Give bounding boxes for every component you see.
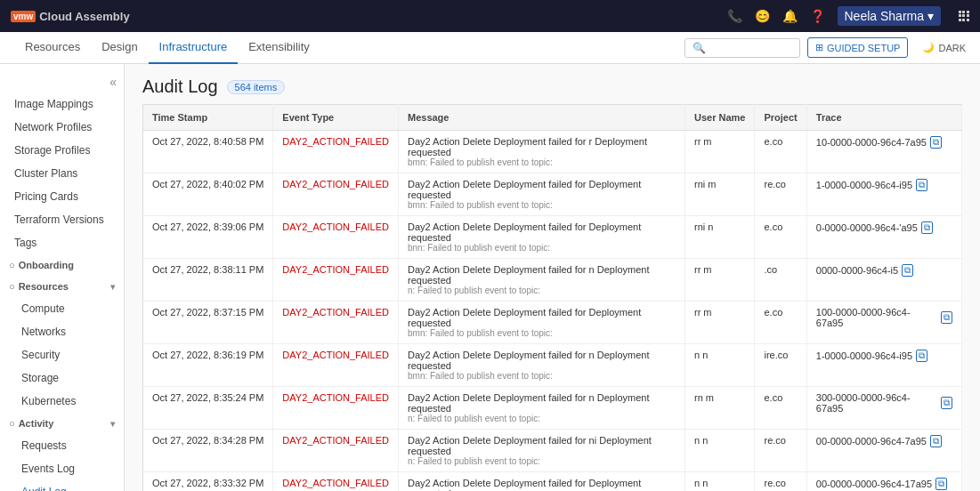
cell-username: rni n: [684, 216, 754, 259]
copy-trace-icon[interactable]: ⧉: [930, 435, 942, 447]
cell-username: n n: [684, 472, 754, 492]
sidebar-section-onboarding[interactable]: ○ Onboarding: [0, 254, 124, 276]
sidebar-item-events-log[interactable]: Events Log: [0, 457, 124, 480]
copy-trace-icon[interactable]: ⧉: [930, 136, 942, 149]
copy-trace-icon[interactable]: ⧉: [941, 397, 952, 409]
sidebar-item-kubernetes[interactable]: Kubernetes: [0, 390, 124, 413]
cell-event-type: DAY2_ACTION_FAILED: [273, 430, 399, 472]
cell-trace: 00-0000-0000-96c4-17a95 ⧉: [806, 472, 961, 492]
phone-icon[interactable]: 📞: [727, 9, 742, 23]
activity-section-label: Activity: [19, 418, 54, 429]
copy-trace-icon[interactable]: ⧉: [902, 264, 913, 277]
cell-trace: 100-0000-0000-96c4-67a95 ⧉: [806, 302, 961, 344]
cell-project: e.co: [755, 131, 806, 173]
cell-project: e.co: [755, 387, 806, 430]
search-input[interactable]: [684, 38, 800, 58]
content-header: Audit Log 564 items: [125, 64, 980, 104]
sidebar-item-requests[interactable]: Requests: [0, 434, 124, 457]
cell-message: Day2 Action Delete Deployment failed for…: [398, 259, 684, 302]
cell-message: Day2 Action Delete Deployment failed for…: [398, 387, 684, 430]
sidebar-item-audit-log[interactable]: Audit Log: [0, 480, 124, 491]
sidebar-item-cluster-plans[interactable]: Cluster Plans: [0, 162, 124, 185]
sidebar-section-resources[interactable]: ○ Resources ▾: [0, 276, 124, 297]
table-row: Oct 27, 2022, 8:33:32 PM DAY2_ACTION_FAI…: [143, 472, 962, 492]
cell-project: re.co: [755, 430, 806, 472]
onboarding-label: Onboarding: [19, 260, 74, 270]
cell-trace: 0-0000-0000-96c4-'a95 ⧉: [806, 216, 961, 259]
dark-label: DARK: [938, 43, 966, 53]
cell-message: Day2 Action Delete Deployment failed for…: [398, 302, 684, 344]
tags-label: Tags: [14, 237, 36, 249]
secondary-nav: Resources Design Infrastructure Extensib…: [0, 32, 980, 64]
user-menu-button[interactable]: Neela Sharma ▾: [838, 6, 942, 26]
nav-extensibility[interactable]: Extensibility: [238, 32, 320, 64]
sidebar-item-image-mappings[interactable]: Image Mappings: [0, 93, 124, 116]
kubernetes-label: Kubernetes: [21, 395, 76, 407]
sidebar-item-storage-profiles[interactable]: Storage Profiles: [0, 139, 124, 162]
audit-log-table-wrapper[interactable]: Time Stamp Event Type Message User Name …: [125, 104, 980, 491]
cell-username: n n: [684, 344, 754, 387]
guided-setup-label: GUIDED SETUP: [827, 43, 901, 53]
apps-grid-icon[interactable]: [959, 11, 969, 21]
bell-icon[interactable]: 🔔: [782, 9, 798, 23]
sidebar-item-tags[interactable]: Tags: [0, 231, 124, 254]
cell-project: ire.co: [755, 344, 806, 387]
item-count-badge: 564 items: [227, 80, 286, 94]
sidebar-section-activity[interactable]: ○ Activity ▾: [0, 413, 124, 434]
main-layout: « Image Mappings Network Profiles Storag…: [0, 64, 980, 491]
nav-icons: 📞 😊 🔔 ❓ Neela Sharma ▾: [727, 6, 970, 26]
copy-trace-icon[interactable]: ⧉: [916, 350, 927, 362]
face-icon[interactable]: 😊: [755, 9, 770, 23]
activity-expand-icon: ▾: [110, 419, 115, 429]
nav-design[interactable]: Design: [91, 32, 148, 64]
sidebar-item-networks[interactable]: Networks: [0, 320, 124, 343]
nav-infrastructure[interactable]: Infrastructure: [149, 32, 239, 64]
cell-event-type: DAY2_ACTION_FAILED: [273, 216, 399, 259]
sidebar-item-network-profiles[interactable]: Network Profiles: [0, 116, 124, 139]
cell-event-type: DAY2_ACTION_FAILED: [273, 259, 399, 302]
resources-section-label: Resources: [19, 281, 69, 292]
cell-timestamp: Oct 27, 2022, 8:34:28 PM: [143, 430, 273, 472]
sidebar-item-terraform-versions[interactable]: Terraform Versions: [0, 208, 124, 231]
cell-trace: 0000-0000-96c4-i5 ⧉: [806, 259, 961, 302]
table-row: Oct 27, 2022, 8:40:02 PM DAY2_ACTION_FAI…: [143, 173, 962, 216]
top-nav: vmw Cloud Assembly 📞 😊 🔔 ❓ Neela Sharma …: [0, 0, 980, 32]
copy-trace-icon[interactable]: ⧉: [921, 221, 933, 234]
sidebar-item-storage[interactable]: Storage: [0, 366, 124, 390]
nav-resources[interactable]: Resources: [14, 32, 91, 64]
security-label: Security: [21, 349, 60, 361]
copy-trace-icon[interactable]: ⧉: [916, 179, 927, 191]
cell-project: e.co: [755, 216, 806, 259]
cell-timestamp: Oct 27, 2022, 8:35:24 PM: [143, 387, 273, 430]
compute-label: Compute: [21, 302, 65, 315]
table-row: Oct 27, 2022, 8:35:24 PM DAY2_ACTION_FAI…: [143, 387, 962, 430]
question-icon[interactable]: ❓: [810, 9, 825, 23]
events-log-label: Events Log: [21, 463, 75, 475]
cluster-plans-label: Cluster Plans: [14, 167, 77, 180]
sidebar-item-compute[interactable]: Compute: [0, 297, 124, 320]
table-row: Oct 27, 2022, 8:37:15 PM DAY2_ACTION_FAI…: [143, 302, 962, 344]
col-message: Message: [398, 105, 684, 131]
collapse-sidebar-button[interactable]: «: [0, 71, 124, 93]
cell-event-type: DAY2_ACTION_FAILED: [273, 302, 399, 344]
cell-timestamp: Oct 27, 2022, 8:40:02 PM: [143, 173, 273, 216]
sidebar-item-security[interactable]: Security: [0, 343, 124, 366]
copy-trace-icon[interactable]: ⧉: [941, 311, 952, 324]
cell-event-type: DAY2_ACTION_FAILED: [273, 472, 399, 492]
cell-trace: 300-0000-0000-96c4-67a95 ⧉: [806, 387, 961, 430]
terraform-versions-label: Terraform Versions: [14, 213, 104, 226]
cell-trace: 1-0000-0000-96c4-i95 ⧉: [806, 344, 961, 387]
dark-mode-toggle[interactable]: 🌙 DARK: [922, 42, 966, 53]
guided-setup-button[interactable]: ⊞ GUIDED SETUP: [807, 37, 909, 58]
cell-message: Day2 Action Delete Deployment failed for…: [398, 131, 684, 173]
storage-profiles-label: Storage Profiles: [14, 144, 90, 157]
cell-project: e.co: [755, 302, 806, 344]
copy-trace-icon[interactable]: ⧉: [935, 478, 947, 490]
cell-event-type: DAY2_ACTION_FAILED: [273, 173, 399, 216]
page-title: Audit Log: [142, 76, 218, 97]
cell-timestamp: Oct 27, 2022, 8:39:06 PM: [143, 216, 273, 259]
sidebar-item-pricing-cards[interactable]: Pricing Cards: [0, 185, 124, 208]
cell-project: .co: [755, 259, 806, 302]
col-timestamp: Time Stamp: [143, 105, 273, 131]
col-username: User Name: [684, 105, 754, 131]
